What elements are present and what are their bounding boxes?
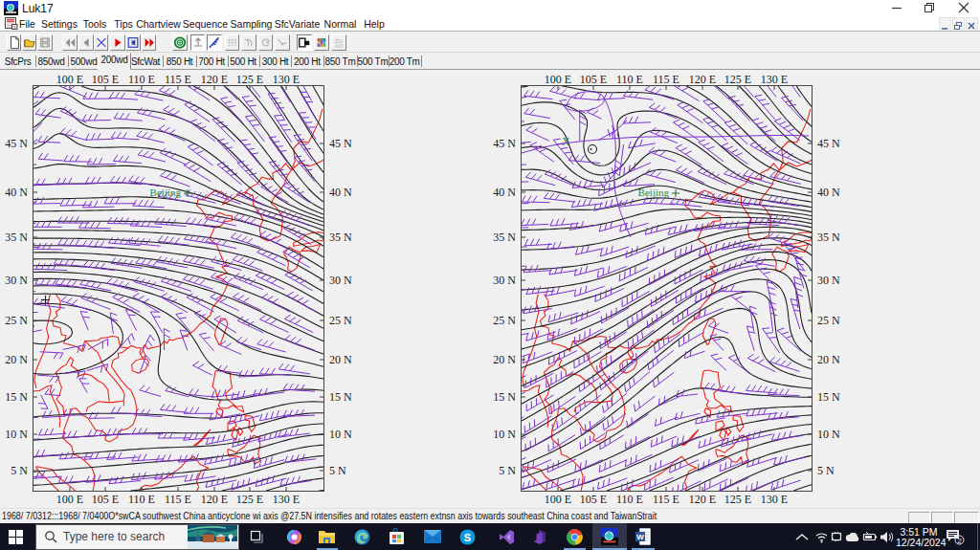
svg-text:130 E: 130 E bbox=[761, 493, 788, 506]
svg-text:30 N: 30 N bbox=[5, 274, 28, 287]
svg-text:120 E: 120 E bbox=[201, 493, 228, 506]
svg-text:Beijing: Beijing bbox=[150, 187, 182, 198]
svg-text:105 E: 105 E bbox=[92, 73, 119, 86]
svg-text:20 N: 20 N bbox=[493, 353, 516, 366]
svg-text:120 E: 120 E bbox=[689, 493, 716, 506]
svg-text:40 N: 40 N bbox=[5, 186, 28, 199]
svg-text:25 N: 25 N bbox=[329, 314, 352, 327]
svg-text:35 N: 35 N bbox=[493, 231, 516, 244]
svg-text:5 N: 5 N bbox=[817, 464, 835, 477]
svg-text:125 E: 125 E bbox=[236, 493, 263, 506]
svg-text:115 E: 115 E bbox=[653, 493, 679, 506]
svg-text:30 N: 30 N bbox=[493, 274, 516, 287]
svg-text:25 N: 25 N bbox=[5, 314, 28, 327]
svg-text:100 E: 100 E bbox=[56, 73, 83, 86]
svg-text:15 N: 15 N bbox=[5, 390, 28, 404]
svg-text:125 E: 125 E bbox=[236, 73, 263, 86]
svg-text:W: W bbox=[636, 533, 644, 541]
svg-text:110 E: 110 E bbox=[128, 73, 155, 86]
svg-text:115 E: 115 E bbox=[165, 73, 191, 86]
svg-text:35 N: 35 N bbox=[329, 231, 352, 244]
svg-text:130 E: 130 E bbox=[273, 493, 300, 506]
svg-text:Beijing: Beijing bbox=[638, 187, 670, 198]
svg-text:130 E: 130 E bbox=[273, 73, 300, 86]
svg-text:20 N: 20 N bbox=[817, 353, 840, 366]
svg-text:30 N: 30 N bbox=[329, 274, 352, 287]
svg-text:125 E: 125 E bbox=[724, 73, 751, 86]
svg-text:5 N: 5 N bbox=[329, 464, 346, 477]
svg-text:X: X bbox=[562, 135, 570, 148]
svg-text:115 E: 115 E bbox=[653, 73, 679, 86]
svg-text:45 N: 45 N bbox=[817, 137, 840, 150]
svg-text:20 N: 20 N bbox=[5, 353, 28, 366]
svg-text:2: 2 bbox=[957, 537, 962, 545]
svg-text:105 E: 105 E bbox=[580, 493, 607, 506]
svg-text:35 N: 35 N bbox=[5, 231, 28, 244]
svg-text:15 N: 15 N bbox=[817, 390, 840, 404]
svg-text:35 N: 35 N bbox=[817, 231, 840, 244]
svg-text:100 E: 100 E bbox=[545, 493, 571, 506]
svg-text:115 E: 115 E bbox=[165, 493, 191, 506]
svg-text:10 N: 10 N bbox=[493, 428, 516, 441]
svg-text:15 N: 15 N bbox=[329, 390, 352, 404]
svg-text:40 N: 40 N bbox=[329, 186, 352, 199]
svg-text:30 N: 30 N bbox=[817, 274, 840, 287]
svg-text:5 N: 5 N bbox=[499, 464, 516, 477]
svg-text:10 N: 10 N bbox=[329, 428, 352, 441]
svg-text:20 N: 20 N bbox=[329, 353, 352, 366]
svg-text:120 E: 120 E bbox=[201, 73, 228, 86]
svg-text:10 N: 10 N bbox=[817, 428, 840, 441]
svg-text:25 N: 25 N bbox=[493, 314, 516, 327]
svg-text:125 E: 125 E bbox=[724, 493, 751, 506]
svg-text:15 N: 15 N bbox=[493, 390, 516, 404]
svg-text:45 N: 45 N bbox=[329, 137, 352, 150]
svg-text:100 E: 100 E bbox=[56, 493, 83, 506]
svg-text:S: S bbox=[464, 532, 471, 543]
svg-text:120 E: 120 E bbox=[689, 73, 716, 86]
svg-text:100 E: 100 E bbox=[545, 73, 571, 86]
svg-text:25 N: 25 N bbox=[817, 314, 840, 327]
svg-text:40 N: 40 N bbox=[817, 186, 840, 199]
svg-text:45 N: 45 N bbox=[493, 137, 516, 150]
svg-text:110 E: 110 E bbox=[616, 73, 643, 86]
svg-text:105 E: 105 E bbox=[92, 493, 119, 506]
svg-text:110 E: 110 E bbox=[616, 493, 643, 506]
svg-text:130 E: 130 E bbox=[761, 73, 788, 86]
svg-text:110 E: 110 E bbox=[128, 493, 155, 506]
svg-text:105 E: 105 E bbox=[580, 73, 607, 86]
svg-text:5 N: 5 N bbox=[11, 464, 28, 477]
svg-text:45 N: 45 N bbox=[5, 137, 28, 150]
svg-text:10 N: 10 N bbox=[5, 428, 28, 441]
svg-text:40 N: 40 N bbox=[493, 186, 516, 199]
